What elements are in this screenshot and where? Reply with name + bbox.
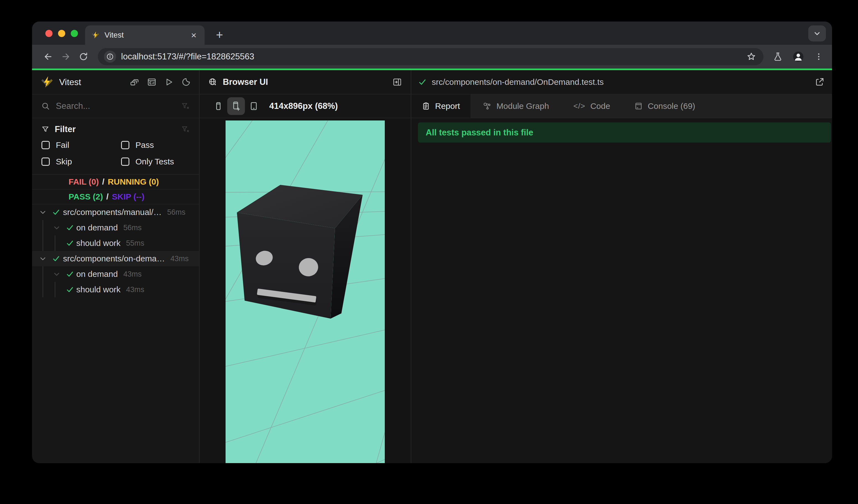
tree-row-suite[interactable]: on demand 56ms [32, 220, 199, 235]
chevron-down-icon[interactable] [52, 224, 61, 232]
funnel-icon [42, 126, 49, 133]
tab-report[interactable]: Report [411, 95, 471, 118]
viewport-size-label: 414x896px (68%) [269, 101, 338, 111]
run-all-button[interactable] [164, 77, 174, 87]
filter-panel: Filter Fail Pass [32, 118, 199, 175]
tab-code[interactable]: </> Code [561, 95, 622, 118]
checkbox-skip[interactable] [42, 158, 50, 166]
pass-count: PASS (2) [68, 192, 103, 201]
code-icon: </> [573, 102, 585, 111]
sidebar: Vitest Sea [32, 70, 199, 463]
status-line-2: PASS (2) / SKIP (--) [32, 190, 199, 205]
url-text: localhost:5173/#/?file=1828625563 [121, 52, 740, 62]
browser-toolbar: localhost:5173/#/?file=1828625563 [32, 45, 832, 68]
sidebar-header: Vitest [32, 70, 199, 95]
minimize-window-button[interactable] [58, 30, 65, 37]
clear-search-button[interactable] [181, 102, 190, 110]
tree-row-test[interactable]: should work 55ms [32, 235, 199, 251]
profile-button[interactable] [792, 49, 805, 64]
close-tab-icon[interactable]: × [189, 30, 198, 40]
filter-option-fail[interactable]: Fail [42, 138, 121, 152]
skip-count: SKIP (--) [112, 192, 145, 201]
dock-panel-button[interactable] [393, 77, 402, 87]
sidebar-actions [130, 77, 191, 87]
reload-button[interactable] [76, 49, 91, 64]
experiments-button[interactable] [771, 49, 784, 64]
search-placeholder: Search... [56, 101, 181, 111]
indent-guide [43, 235, 43, 251]
pass-check-icon [66, 239, 74, 247]
kebab-menu-icon [814, 52, 823, 61]
stacked-windows-icon [130, 77, 139, 87]
browser-viewport[interactable] [225, 120, 385, 463]
tablet-icon [249, 101, 258, 111]
browser-window: Vitest × + localhost:5173/#/?file=182862… [32, 21, 832, 463]
theme-toggle-button[interactable] [181, 77, 191, 87]
tree-row-file-manual[interactable]: src/components/manual/… 56ms [32, 205, 199, 220]
filter-clear-icon [181, 102, 190, 110]
checkbox-pass[interactable] [121, 141, 129, 149]
browser-panel-title: Browser UI [223, 77, 393, 87]
indent-guide [43, 220, 43, 235]
info-icon [106, 53, 114, 61]
indent-guide [55, 235, 55, 251]
tree-row-suite[interactable]: on demand 43ms [32, 266, 199, 282]
zoom-window-button[interactable] [71, 30, 78, 37]
filter-clear-icon [181, 125, 190, 133]
filter-option-pass[interactable]: Pass [121, 138, 190, 152]
search-input[interactable]: Search... [32, 95, 199, 118]
forward-arrow-icon [61, 52, 71, 62]
browser-tab-vitest[interactable]: Vitest × [85, 26, 205, 45]
tree-row-file-on-demand[interactable]: src/components/on-dema… 43ms [32, 251, 199, 266]
robot-head [237, 185, 363, 319]
avatar-icon [792, 50, 805, 63]
report-content: All tests passed in this file [411, 118, 832, 463]
device-mobile-large-button[interactable] [227, 97, 245, 115]
moon-icon [181, 77, 191, 87]
bookmark-button[interactable] [745, 51, 757, 63]
checkbox-only-tests[interactable] [121, 158, 129, 166]
filter-option-only-tests[interactable]: Only Tests [121, 155, 190, 168]
chevron-down-icon[interactable] [39, 208, 47, 216]
tab-search-chevron-button[interactable] [808, 26, 826, 42]
tab-strip: Vitest × + [32, 21, 832, 45]
test-file-path: src/components/on-demand/OnDemand.test.t… [432, 77, 815, 87]
filter-options: Fail Pass Skip Only Tests [42, 138, 190, 168]
device-mobile-button[interactable] [209, 97, 227, 115]
clear-filter-button[interactable] [181, 125, 190, 133]
new-tab-button[interactable]: + [212, 27, 227, 43]
filter-title: Filter [55, 124, 181, 134]
pass-check-icon [418, 78, 427, 86]
browser-preview-area [200, 118, 411, 463]
checkbox-fail[interactable] [42, 141, 50, 149]
close-window-button[interactable] [45, 30, 52, 37]
chevron-down-icon[interactable] [39, 255, 47, 263]
browser-menu-button[interactable] [812, 49, 825, 64]
tab-console[interactable]: Console (69) [622, 95, 708, 118]
device-tablet-button[interactable] [245, 97, 263, 115]
forward-button[interactable] [58, 49, 74, 64]
chevron-down-icon[interactable] [52, 270, 61, 278]
collapse-windows-button[interactable] [130, 77, 139, 87]
tab-title: Vitest [105, 31, 184, 39]
filter-header: Filter [42, 123, 190, 136]
module-graph-icon [483, 102, 491, 111]
filter-option-skip[interactable]: Skip [42, 155, 121, 168]
open-in-editor-button[interactable] [815, 77, 824, 87]
dashboard-button[interactable] [147, 77, 157, 87]
url-bar[interactable]: localhost:5173/#/?file=1828625563 [98, 48, 763, 65]
pass-check-icon [52, 255, 60, 263]
flask-icon [773, 52, 783, 62]
traffic-lights [45, 30, 78, 37]
panel-expand-icon [393, 77, 402, 87]
pass-check-icon [66, 224, 74, 232]
site-info-button[interactable] [104, 51, 116, 63]
browser-panel: Browser UI 414x896px (68%) [200, 70, 411, 463]
pass-check-icon [66, 286, 74, 294]
report-header: src/components/on-demand/OnDemand.test.t… [411, 70, 832, 95]
tree-row-test[interactable]: should work 43ms [32, 282, 199, 297]
star-icon [746, 52, 756, 62]
report-panel: src/components/on-demand/OnDemand.test.t… [411, 70, 832, 463]
back-button[interactable] [41, 49, 56, 64]
tab-module-graph[interactable]: Module Graph [471, 95, 561, 118]
